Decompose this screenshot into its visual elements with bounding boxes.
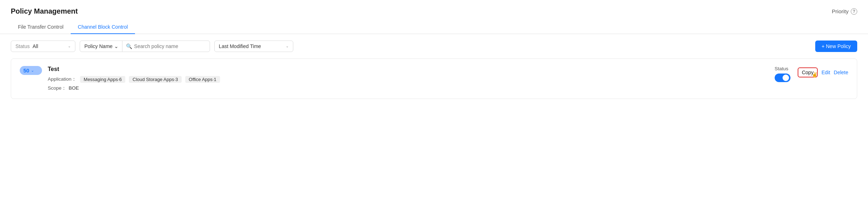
priority-area: Priority ?: [832, 8, 857, 15]
sort-filter[interactable]: Last Modified Time ⌄: [214, 41, 293, 52]
policy-right: Status Copy ✌ Edit Delete: [775, 66, 848, 83]
copy-label: Copy: [802, 70, 814, 75]
actions: Copy ✌ Edit Delete: [798, 67, 848, 77]
page: Policy Management Priority ? File Transf…: [0, 0, 868, 218]
app-tag-cloud: Cloud Storage Apps·3: [129, 76, 181, 83]
header: Policy Management Priority ?: [0, 0, 868, 15]
status-text: Status: [775, 66, 790, 71]
priority-badge[interactable]: 50 ⌄: [20, 66, 42, 75]
new-policy-button[interactable]: + New Policy: [815, 41, 857, 52]
apps-label: Application：: [48, 76, 76, 82]
priority-help-icon[interactable]: ?: [851, 8, 857, 15]
delete-button[interactable]: Delete: [834, 68, 848, 77]
edit-button[interactable]: Edit: [821, 68, 830, 77]
search-icon: 🔍: [126, 43, 132, 49]
status-value: All: [33, 43, 65, 49]
policy-name-chevron-icon: ⌄: [114, 43, 118, 49]
policy-name-dropdown[interactable]: Policy Name ⌄: [80, 41, 122, 52]
policy-apps: Application： Messaging Apps·6 Cloud Stor…: [48, 76, 769, 83]
policy-name: Test: [48, 66, 769, 72]
policy-scope: Scope： BOE: [48, 85, 769, 91]
scope-value: BOE: [69, 85, 79, 91]
scope-label: Scope：: [48, 85, 66, 91]
content: 50 ⌄ Test Application： Messaging Apps·6 …: [0, 58, 868, 110]
priority-label: Priority: [832, 8, 849, 14]
search-input-wrap: 🔍: [122, 43, 210, 49]
tab-file-transfer[interactable]: File Transfer Control: [11, 20, 71, 34]
search-area: Policy Name ⌄ 🔍: [80, 41, 210, 52]
search-input[interactable]: [134, 43, 206, 49]
policy-name-label: Policy Name: [84, 43, 113, 49]
priority-badge-chevron-icon: ⌄: [31, 68, 34, 73]
policy-info: Test Application： Messaging Apps·6 Cloud…: [48, 66, 769, 91]
page-title: Policy Management: [11, 7, 78, 15]
tab-channel-block[interactable]: Channel Block Control: [71, 20, 135, 34]
app-tag-office: Office Apps·1: [185, 76, 220, 83]
status-toggle[interactable]: [775, 74, 790, 82]
status-chevron-icon: ⌄: [68, 44, 71, 48]
tabs: File Transfer Control Channel Block Cont…: [0, 15, 868, 34]
status-label: Status: [15, 43, 30, 49]
priority-number: 50: [23, 67, 29, 74]
sort-chevron-icon: ⌄: [286, 44, 289, 48]
sort-value: Last Modified Time: [219, 43, 283, 49]
status-block: Status: [775, 66, 790, 83]
copy-button[interactable]: Copy ✌: [798, 67, 818, 77]
policy-card: 50 ⌄ Test Application： Messaging Apps·6 …: [11, 58, 857, 99]
status-filter[interactable]: Status All ⌄: [11, 41, 75, 52]
toolbar: Status All ⌄ Policy Name ⌄ 🔍 Last Modifi…: [0, 34, 868, 58]
app-tag-messaging: Messaging Apps·6: [80, 76, 125, 83]
new-policy-label: + New Policy: [822, 43, 851, 49]
